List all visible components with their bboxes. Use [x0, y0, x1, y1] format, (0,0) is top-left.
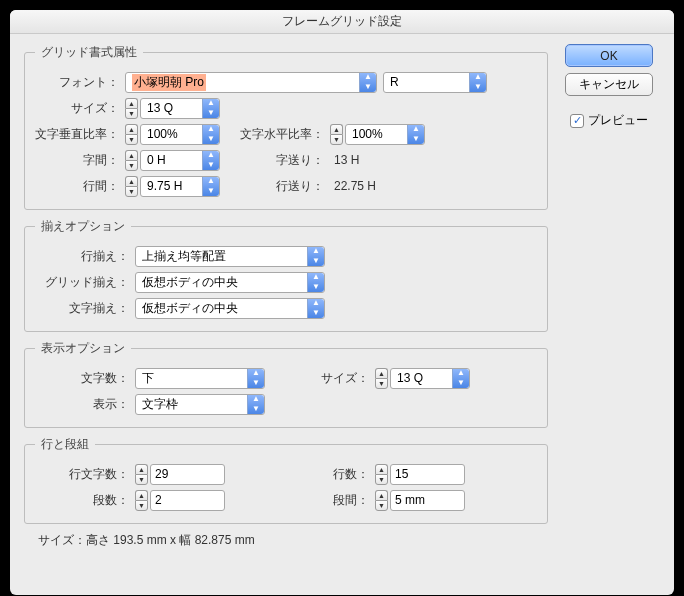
stepper-arrows-icon: ▲▼ [307, 299, 324, 318]
label-view: 表示 [35, 396, 135, 413]
preview-checkbox[interactable]: ✓ [570, 114, 584, 128]
stepper-arrows-icon: ▲▼ [359, 73, 376, 92]
lines-input[interactable]: 15 [390, 464, 465, 485]
label-chars: 行文字数 [35, 466, 135, 483]
hscale-value: 100% [352, 127, 383, 141]
group-align-options: 揃えオプション 行揃え 上揃え均等配置 ▲▼ グリッド揃え 仮想ボディの中央 ▲… [24, 218, 548, 332]
window-title: フレームグリッド設定 [282, 13, 402, 30]
label-view-size: サイズ [265, 370, 375, 387]
view-size-stepper[interactable]: ▲▼ [375, 368, 388, 389]
legend-cols: 行と段組 [35, 436, 95, 453]
lines-stepper[interactable]: ▲▼ [375, 464, 388, 485]
cancel-button[interactable]: キャンセル [565, 73, 653, 96]
label-hscale: 文字水平比率 [220, 126, 330, 143]
stepper-arrows-icon: ▲▼ [202, 151, 219, 170]
view-size-value: 13 Q [397, 371, 423, 385]
line-okuri-value: 22.75 H [330, 179, 376, 193]
font-style-value: R [390, 75, 399, 89]
line-align-select[interactable]: 上揃え均等配置 ▲▼ [135, 246, 325, 267]
char-okuri-value: 13 H [330, 153, 359, 167]
size-select[interactable]: 13 Q ▲▼ [140, 98, 220, 119]
label-gap: 段間 [225, 492, 375, 509]
label-vscale: 文字垂直比率 [35, 126, 125, 143]
label-line-aki: 行間 [35, 178, 125, 195]
chars-stepper[interactable]: ▲▼ [135, 464, 148, 485]
stepper-arrows-icon: ▲▼ [307, 247, 324, 266]
char-align-value: 仮想ボディの中央 [142, 300, 238, 317]
ok-button[interactable]: OK [565, 44, 653, 67]
stepper-arrows-icon: ▲▼ [202, 99, 219, 118]
chars-input[interactable]: 29 [150, 464, 225, 485]
view-select[interactable]: 文字枠 ▲▼ [135, 394, 265, 415]
group-grid-attributes: グリッド書式属性 フォント 小塚明朝 Pro ▲▼ R ▲▼ サイズ ▲▼ [24, 44, 548, 210]
label-font: フォント [35, 74, 125, 91]
line-aki-select[interactable]: 9.75 H ▲▼ [140, 176, 220, 197]
view-size-select[interactable]: 13 Q ▲▼ [390, 368, 470, 389]
gap-input[interactable]: 5 mm [390, 490, 465, 511]
gap-stepper[interactable]: ▲▼ [375, 490, 388, 511]
legend-align: 揃えオプション [35, 218, 131, 235]
titlebar: フレームグリッド設定 [10, 10, 674, 34]
legend-grid: グリッド書式属性 [35, 44, 143, 61]
cancel-label: キャンセル [579, 76, 639, 93]
line-align-value: 上揃え均等配置 [142, 248, 226, 265]
stepper-arrows-icon: ▲▼ [247, 395, 264, 414]
line-aki-value: 9.75 H [147, 179, 182, 193]
stepper-arrows-icon: ▲▼ [202, 177, 219, 196]
label-line-align: 行揃え [35, 248, 135, 265]
label-dan: 段数 [35, 492, 135, 509]
char-aki-value: 0 H [147, 153, 166, 167]
label-lines: 行数 [225, 466, 375, 483]
vscale-select[interactable]: 100% ▲▼ [140, 124, 220, 145]
label-line-okuri: 行送り [220, 178, 330, 195]
label-grid-align: グリッド揃え [35, 274, 135, 291]
hscale-select[interactable]: 100% ▲▼ [345, 124, 425, 145]
stepper-arrows-icon: ▲▼ [452, 369, 469, 388]
dialog-window: フレームグリッド設定 グリッド書式属性 フォント 小塚明朝 Pro ▲▼ R ▲… [10, 10, 674, 595]
hscale-stepper[interactable]: ▲▼ [330, 124, 343, 145]
chars-value: 29 [155, 467, 168, 481]
ok-label: OK [600, 49, 617, 63]
preview-label: プレビュー [588, 112, 648, 129]
vscale-value: 100% [147, 127, 178, 141]
size-value: 13 Q [147, 101, 173, 115]
grid-align-value: 仮想ボディの中央 [142, 274, 238, 291]
label-charcount: 文字数 [35, 370, 135, 387]
line-aki-stepper[interactable]: ▲▼ [125, 176, 138, 197]
stepper-arrows-icon: ▲▼ [202, 125, 219, 144]
label-size: サイズ [35, 100, 125, 117]
group-rows-columns: 行と段組 行文字数 ▲▼ 29 行数 ▲▼ 15 段数 ▲▼ [24, 436, 548, 524]
label-char-aki: 字間 [35, 152, 125, 169]
label-char-align: 文字揃え [35, 300, 135, 317]
dan-stepper[interactable]: ▲▼ [135, 490, 148, 511]
lines-value: 15 [395, 467, 408, 481]
size-summary: サイズ：高さ 193.5 mm x 幅 82.875 mm [24, 532, 548, 563]
stepper-arrows-icon: ▲▼ [407, 125, 424, 144]
label-char-okuri: 字送り [220, 152, 330, 169]
grid-align-select[interactable]: 仮想ボディの中央 ▲▼ [135, 272, 325, 293]
font-style-select[interactable]: R ▲▼ [383, 72, 487, 93]
stepper-arrows-icon: ▲▼ [247, 369, 264, 388]
dan-input[interactable]: 2 [150, 490, 225, 511]
charcount-select[interactable]: 下 ▲▼ [135, 368, 265, 389]
stepper-arrows-icon: ▲▼ [307, 273, 324, 292]
stepper-arrows-icon: ▲▼ [469, 73, 486, 92]
char-align-select[interactable]: 仮想ボディの中央 ▲▼ [135, 298, 325, 319]
dan-value: 2 [155, 493, 162, 507]
font-family-value: 小塚明朝 Pro [132, 74, 206, 91]
char-aki-stepper[interactable]: ▲▼ [125, 150, 138, 171]
gap-value: 5 mm [395, 493, 425, 507]
charcount-value: 下 [142, 370, 154, 387]
size-stepper[interactable]: ▲▼ [125, 98, 138, 119]
char-aki-select[interactable]: 0 H ▲▼ [140, 150, 220, 171]
group-view-options: 表示オプション 文字数 下 ▲▼ サイズ ▲▼ 13 Q ▲▼ 表示 [24, 340, 548, 428]
view-value: 文字枠 [142, 396, 178, 413]
font-family-select[interactable]: 小塚明朝 Pro ▲▼ [125, 72, 377, 93]
legend-view: 表示オプション [35, 340, 131, 357]
vscale-stepper[interactable]: ▲▼ [125, 124, 138, 145]
